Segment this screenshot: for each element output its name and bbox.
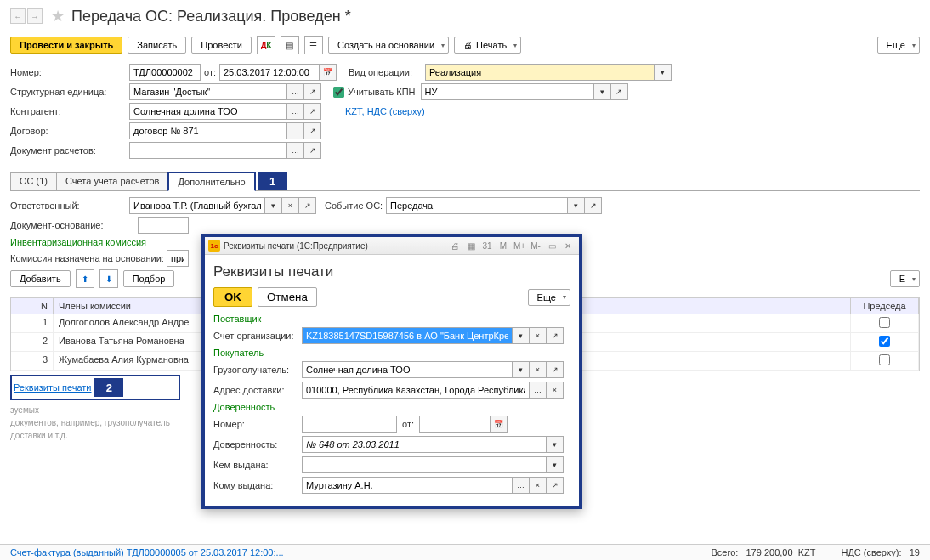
print-details-link[interactable]: Реквизиты печати (14, 382, 91, 393)
calendar-icon[interactable]: 📅 (320, 64, 337, 81)
ellipsis-icon[interactable]: … (287, 83, 304, 100)
open-icon[interactable]: ↗ (299, 197, 316, 214)
currency-link[interactable]: KZT, НДС (сверху) (345, 106, 425, 116)
list-icon[interactable]: ☰ (304, 36, 323, 54)
calendar-icon[interactable]: 31 (479, 239, 495, 252)
settle-input[interactable] (129, 142, 287, 159)
settle-label: Документ расчетов: (10, 145, 129, 156)
tabs: ОС (1) Счета учета расчетов Дополнительн… (10, 172, 920, 191)
open-icon[interactable]: ↗ (304, 122, 321, 139)
clear-icon[interactable]: × (547, 382, 564, 399)
proxy-input[interactable] (302, 436, 547, 453)
ship-input[interactable] (302, 382, 530, 399)
mplus-icon[interactable]: M+ (512, 239, 527, 252)
ellipsis-icon[interactable]: … (530, 382, 547, 399)
open-icon[interactable]: ↗ (611, 83, 628, 100)
1c-icon: 1c (208, 240, 220, 252)
up-icon[interactable]: ⬆ (76, 269, 94, 288)
calendar-icon[interactable]: 📅 (491, 416, 508, 433)
agent-input[interactable] (129, 103, 287, 120)
mminus-icon[interactable]: M- (528, 239, 543, 252)
close-icon[interactable]: ✕ (560, 239, 576, 252)
pdate-input[interactable] (419, 416, 491, 433)
comm-assign-input[interactable] (167, 250, 189, 267)
clear-icon[interactable]: × (282, 197, 299, 214)
doc-icon[interactable]: ▤ (281, 36, 299, 54)
dropdown-icon[interactable]: ▾ (547, 436, 564, 453)
dropdown-icon[interactable]: ▾ (265, 197, 282, 214)
cancel-button[interactable]: Отмена (258, 287, 317, 307)
dt-kt-icon[interactable]: ДК (257, 36, 275, 54)
dropdown-icon[interactable]: ▾ (594, 83, 611, 100)
ellipsis-icon[interactable]: … (287, 103, 304, 120)
open-icon[interactable]: ↗ (547, 361, 564, 378)
clear-icon[interactable]: × (530, 361, 547, 378)
issued-to-label: Кому выдана: (213, 480, 302, 490)
main-toolbar: Провести и закрыть Записать Провести ДК … (0, 32, 930, 58)
print-button[interactable]: 🖨 Печать (454, 37, 521, 54)
resp-input[interactable] (129, 197, 265, 214)
select-button[interactable]: Подбор (123, 270, 175, 287)
optype-input[interactable] (425, 64, 655, 81)
open-icon[interactable]: ↗ (304, 103, 321, 120)
nav-back[interactable]: ← (10, 8, 26, 24)
issued-by-input[interactable] (302, 456, 547, 473)
consignee-input[interactable] (302, 361, 513, 378)
dropdown-icon[interactable]: ▾ (513, 327, 530, 344)
tab-accounts[interactable]: Счета учета расчетов (56, 172, 168, 190)
event-input[interactable] (386, 197, 568, 214)
col-chair: Председа (851, 298, 919, 314)
tab-additional[interactable]: Дополнительно (167, 172, 255, 191)
ok-button[interactable]: OK (213, 287, 252, 307)
calc-icon[interactable]: ▦ (463, 239, 479, 252)
titlebar: ← → ★ Передача ОС: Реализация. Проведен … (0, 0, 930, 32)
chair-checkbox[interactable] (879, 317, 890, 328)
open-icon[interactable]: ↗ (547, 477, 564, 494)
kpn-checkbox[interactable] (333, 87, 344, 98)
post-button[interactable]: Провести (191, 37, 252, 54)
print-icon[interactable]: 🖨 (447, 239, 462, 252)
add-button[interactable]: Добавить (10, 270, 71, 287)
open-icon[interactable]: ↗ (304, 142, 321, 159)
agent-label: Контрагент: (10, 106, 129, 116)
save-button[interactable]: Записать (128, 37, 186, 54)
dropdown-icon[interactable]: ▾ (513, 361, 530, 378)
tab-os[interactable]: ОС (1) (10, 172, 57, 190)
dropdown-icon[interactable]: ▾ (547, 456, 564, 473)
pnum-input[interactable] (302, 416, 397, 433)
dropdown-icon[interactable]: ▾ (655, 64, 672, 81)
star-icon[interactable]: ★ (51, 7, 65, 25)
open-icon[interactable]: ↗ (547, 327, 564, 344)
clear-icon[interactable]: × (530, 477, 547, 494)
dropdown-icon[interactable]: ▾ (568, 197, 585, 214)
contract-input[interactable] (129, 122, 287, 139)
open-icon[interactable]: ↗ (585, 197, 602, 214)
org-acc-label: Счет организации: (213, 331, 302, 341)
max-icon[interactable]: ▭ (544, 239, 559, 252)
more-button[interactable]: Еще (877, 37, 920, 54)
post-close-button[interactable]: Провести и закрыть (10, 37, 122, 54)
ellipsis-icon[interactable]: … (287, 122, 304, 139)
ellipsis-icon[interactable]: … (287, 142, 304, 159)
modal-window-title: Реквизиты печати (1С:Предприятие) (224, 241, 368, 251)
table-more-button[interactable]: Е (890, 270, 920, 287)
ellipsis-icon[interactable]: … (513, 477, 530, 494)
open-icon[interactable]: ↗ (304, 83, 321, 100)
modal-more-button[interactable]: Еще (528, 289, 570, 306)
nav-fwd[interactable]: → (27, 8, 43, 24)
chair-checkbox[interactable] (879, 354, 890, 365)
kpn-input[interactable] (421, 83, 594, 100)
date-input[interactable] (219, 64, 320, 81)
unit-input[interactable] (129, 83, 287, 100)
basis-input[interactable] (138, 217, 189, 234)
chair-checkbox[interactable] (879, 336, 890, 347)
invoice-link[interactable]: Счет-фактура (выданный) ТДЛ00000005 от 2… (10, 547, 284, 557)
clear-icon[interactable]: × (530, 327, 547, 344)
issued-to-input[interactable] (302, 477, 513, 494)
org-acc-input[interactable] (302, 327, 513, 344)
create-based-button[interactable]: Создать на основании (328, 37, 449, 54)
currency: KZT (798, 547, 816, 557)
down-icon[interactable]: ⬇ (99, 269, 118, 288)
number-input[interactable] (129, 64, 201, 81)
m-icon[interactable]: M (496, 239, 511, 252)
